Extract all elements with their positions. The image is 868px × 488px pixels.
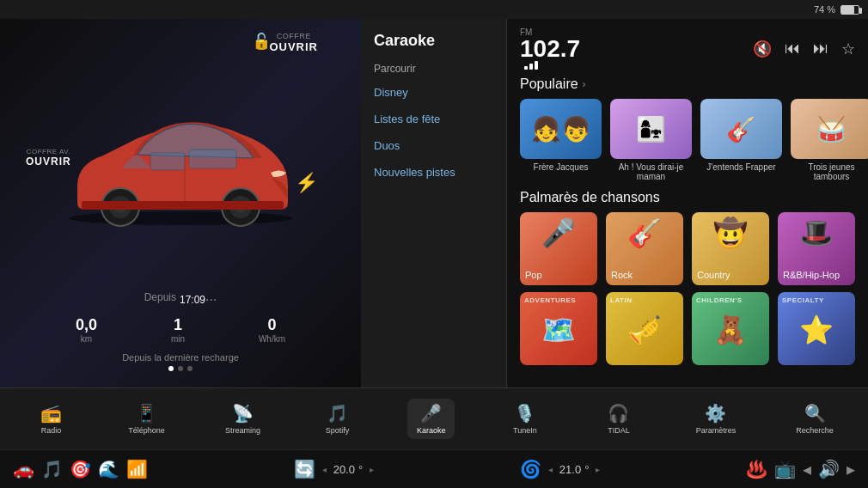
signal-icon[interactable]: 📶 xyxy=(126,459,148,479)
next-icon[interactable]: ▸ xyxy=(847,459,855,479)
nav-spotify-label: Spotify xyxy=(326,426,350,435)
genre-rnb[interactable]: 🎩 R&B/Hip-Hop xyxy=(778,212,855,285)
nav-streaming[interactable]: 📡 Streaming xyxy=(218,399,267,439)
battery-icon xyxy=(840,5,859,15)
genre-specialty[interactable]: SPECIALTY ⭐ xyxy=(778,292,855,365)
recharge-label: Depuis la dernière recharge xyxy=(21,352,339,363)
nav-karaoke[interactable]: 🎤 Karaoke xyxy=(407,399,455,439)
thumb-frere-img: 👧👦 xyxy=(520,99,602,159)
menu-item-fete[interactable]: Listes de fête xyxy=(361,106,506,132)
favorite-icon[interactable]: ☆ xyxy=(841,40,855,58)
nav-recherche-label: Recherche xyxy=(796,426,834,435)
temp-right-unit: ° xyxy=(584,463,589,476)
stat-min-value: 1 xyxy=(171,316,185,334)
genre-latin[interactable]: LATIN 🎺 xyxy=(606,292,683,365)
car-info: Depuis 17:09 ··· 0,0 km 1 min 0 Wh/km De… xyxy=(9,287,352,379)
coffre-av-label: COFFRE AV. OUVRIR xyxy=(26,148,71,168)
menu-item-duos[interactable]: Duos xyxy=(361,132,506,159)
menu-item-disney[interactable]: Disney xyxy=(361,79,506,106)
nav-tunein[interactable]: 🎙️ TuneIn xyxy=(501,399,548,439)
genre-latin-cat: LATIN xyxy=(610,296,632,304)
temp-left-ctrl: 🔄 ◂ 20.0 ° ▸ xyxy=(294,459,375,479)
screen-icon[interactable]: 📺 xyxy=(774,459,796,479)
status-bar: 74 % xyxy=(0,0,868,19)
thumb-frere-label: Frère Jacques xyxy=(534,162,589,172)
right-ctrl: ♨️ 📺 ◂ 🔊 ▸ xyxy=(746,459,855,479)
thumb-jentends[interactable]: 🎸 J'entends Frapper xyxy=(700,99,782,181)
streaming-icon: 📡 xyxy=(232,403,254,424)
temp-right-down[interactable]: ◂ xyxy=(548,465,553,474)
music-icon[interactable]: 🎵 xyxy=(41,459,63,479)
radio-frequency: 102.7 xyxy=(520,37,580,61)
genre-adventures[interactable]: ADVENTURES 🗺️ xyxy=(520,292,597,365)
karaoke-menu: Caraoke Parcourir Disney Listes de fête … xyxy=(361,19,507,387)
page-indicator xyxy=(21,366,339,371)
nav-tunein-label: TuneIn xyxy=(513,426,537,435)
coffre-av-ouvrir[interactable]: OUVRIR xyxy=(26,156,71,168)
bottom-nav: 📻 Radio 📱 Téléphone 📡 Streaming 🎵 Spotif… xyxy=(0,387,868,449)
thumb-ah-vous[interactable]: 👩‍👧 Ah ! Vous dirai-je maman xyxy=(610,99,692,181)
temp-left-down[interactable]: ◂ xyxy=(322,465,327,474)
radio-info: FM 102.7 xyxy=(520,27,580,70)
temp-right-display: 21.0 ° xyxy=(559,463,590,476)
genre-pop-label: Pop xyxy=(525,270,592,280)
genre-country[interactable]: 🤠 Country xyxy=(692,212,769,285)
tunein-icon: 🎙️ xyxy=(514,403,535,424)
nav-tidal[interactable]: 🎧 TIDAL xyxy=(595,399,642,439)
mute-icon[interactable]: 🔇 xyxy=(753,40,772,58)
thumb-trois[interactable]: 🥁 Trois jeunes tambours xyxy=(791,99,868,181)
prev-icon[interactable]: ◂ xyxy=(803,459,811,479)
car-icon[interactable]: 🚗 xyxy=(13,459,34,479)
genre-rock[interactable]: 🎸 Rock xyxy=(606,212,683,285)
stat-min-unit: min xyxy=(171,334,185,344)
stat-km: 0,0 km xyxy=(76,316,97,344)
temp-right-up[interactable]: ▸ xyxy=(596,465,600,474)
nav-radio-label: Radio xyxy=(41,426,62,435)
nav-radio[interactable]: 📻 Radio xyxy=(28,399,75,439)
thumb-jentends-img: 🎸 xyxy=(700,99,782,159)
next-track-icon[interactable]: ⏭ xyxy=(813,40,828,58)
page-dot-2 xyxy=(178,366,183,371)
thumb-ah-vous-label: Ah ! Vous dirai-je maman xyxy=(610,162,692,181)
right-panel: FM 102.7 🔇 ⏮ ⏭ ☆ Populaire › xyxy=(507,19,868,387)
temp-left-up[interactable]: ▸ xyxy=(370,465,374,474)
more-options-button[interactable]: ··· xyxy=(205,292,217,308)
nav-telephone-label: Téléphone xyxy=(128,426,165,435)
fan-ctrl: 🌀 ◂ 21.0 ° ▸ xyxy=(520,459,601,479)
palmares-title: Palmarès de chansons xyxy=(520,190,660,205)
page-dot-3 xyxy=(187,366,193,371)
temp-left-display: 20.0 ° xyxy=(333,463,364,476)
genre-childrens-cat: CHILDREN'S xyxy=(696,296,743,304)
wiper-icon[interactable]: 🌊 xyxy=(98,459,119,479)
nav-tidal-label: TIDAL xyxy=(608,426,630,435)
target-icon[interactable]: 🎯 xyxy=(70,459,91,479)
menu-item-pistes[interactable]: Nouvelles pistes xyxy=(361,159,506,186)
thumb-ah-vous-img: 👩‍👧 xyxy=(610,99,692,159)
left-panel: COFFRE OUVRIR 🔓 COFFRE AV. OUVRIR xyxy=(0,19,361,387)
stats-row: 0,0 km 1 min 0 Wh/km xyxy=(21,312,339,348)
page-dot-1 xyxy=(168,366,174,371)
volume-icon[interactable]: 🔊 xyxy=(818,459,840,479)
heat-icon[interactable]: ♨️ xyxy=(746,459,767,479)
nav-telephone[interactable]: 📱 Téléphone xyxy=(121,399,172,439)
genre-rock-label: Rock xyxy=(611,270,678,280)
genre-childrens[interactable]: CHILDREN'S 🧸 xyxy=(692,292,769,365)
nav-spotify[interactable]: 🎵 Spotify xyxy=(314,399,361,439)
fan-icon[interactable]: 🌀 xyxy=(520,459,541,479)
temp-right-value: 21.0 xyxy=(559,463,581,476)
nav-parametres[interactable]: ⚙️ Paramètres xyxy=(689,399,743,439)
nav-streaming-label: Streaming xyxy=(225,426,260,435)
car-ctrl-left: 🚗 🎵 🎯 🌊 📶 xyxy=(13,459,148,479)
genre-pop[interactable]: 🎤 Pop xyxy=(520,212,597,285)
thumb-frere[interactable]: 👧👦 Frère Jacques xyxy=(520,99,602,181)
prev-track-icon[interactable]: ⏮ xyxy=(785,40,800,58)
genre-row-1: 🎤 Pop 🎸 Rock 🤠 Country 🎩 R&B/Hip-Hop xyxy=(520,212,855,285)
nav-recherche[interactable]: 🔍 Recherche xyxy=(789,399,840,439)
menu-title: Caraoke xyxy=(361,32,506,58)
wheel-icon[interactable]: 🔄 xyxy=(294,459,315,479)
populaire-arrow[interactable]: › xyxy=(583,78,586,90)
recherche-icon: 🔍 xyxy=(804,403,826,424)
signal-bar-1 xyxy=(524,66,528,70)
tidal-icon: 🎧 xyxy=(608,403,629,424)
browse-title: Parcourir xyxy=(361,58,506,79)
